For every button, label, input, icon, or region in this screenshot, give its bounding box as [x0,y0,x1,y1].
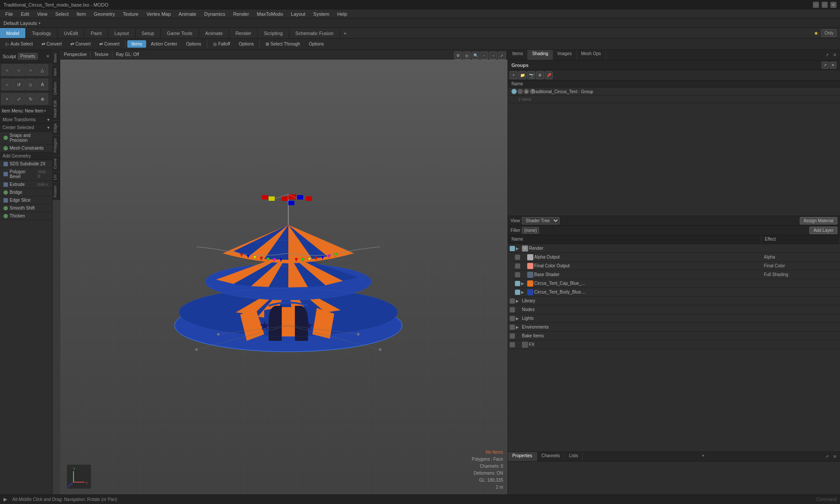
props-expand-btn[interactable]: ↗ [823,453,830,460]
only-label[interactable]: Only [821,29,836,37]
vp-ctrl-4[interactable]: ← [480,52,488,60]
minimize-button[interactable]: ─ [813,2,819,8]
convert-button-1[interactable]: ⇄ Convert [38,40,66,48]
menu-vertex-map[interactable]: Vertex Map [143,10,175,18]
groups-camera-btn[interactable]: 📷 [527,71,535,79]
shader-body-item[interactable]: ▶ Circus_Tent_Body_Blue.... [513,288,840,297]
sculpt-close-icon[interactable]: ✕ [46,54,49,59]
tab-scripting[interactable]: Scripting [258,28,289,38]
menu-item[interactable]: Item [73,10,89,18]
tab-schematic[interactable]: Schematic Fusion [289,28,340,38]
convert-button-2[interactable]: ⇄ Convert [66,40,94,48]
menu-system[interactable]: System [310,10,333,18]
center-selected-section[interactable]: Center Selected ▾ [0,124,52,132]
side-tab-mesh-edit[interactable]: Mesh Edit [52,97,60,120]
action-center-button[interactable]: Action Center [147,40,182,48]
options-button-1[interactable]: Options [182,40,205,48]
bridge-item[interactable]: Bridge [0,189,52,196]
smooth-shift-item[interactable]: Smooth Shift [0,204,52,212]
menu-maxtomodo[interactable]: MaxToModo [253,10,287,18]
command-input-area[interactable]: Command [816,497,836,502]
menu-view[interactable]: View [34,10,51,18]
tab-uvedit[interactable]: UvEdit [58,28,84,38]
options-button-2[interactable]: Options [235,40,258,48]
tool-icon-circle-1[interactable]: ○ [1,64,13,76]
tab-items[interactable]: Items [508,50,528,60]
item-menu-dropdown[interactable]: Item Menu: New Item ▾ [0,106,52,116]
tab-render[interactable]: Render [229,28,258,38]
polygon-bevel-item[interactable]: Polygon Bevel Shift-B [0,168,52,181]
groups-gear-btn[interactable]: ⚙ [536,71,544,79]
shader-base-item[interactable]: Base Shader Full Shading [513,270,840,279]
convert-button-3[interactable]: ⇄ Convert [95,40,123,48]
library-expand[interactable]: ▶ [516,299,521,303]
vp-ctrl-2[interactable]: ◎ [463,52,471,60]
expand-arrow[interactable]: ▶ [525,89,530,94]
add-tab-button[interactable]: + [340,29,350,37]
shader-tree-dropdown[interactable]: Shader Tree [522,217,560,224]
groups-pin-btn[interactable]: 📌 [545,71,553,79]
vp-ctrl-1[interactable]: ⚙ [454,52,462,60]
select-through-button[interactable]: ⊞ Select Through [262,40,304,48]
star-button[interactable]: ★ [814,30,819,36]
thicken-item[interactable]: Thicken [0,212,52,220]
shader-final-color-item[interactable]: Final Color Output Final Color [513,262,840,270]
lists-tab[interactable]: Lists [565,452,583,461]
falloff-button[interactable]: ◎ Falloff [209,40,234,48]
perspective-label[interactable]: Perspective [64,52,87,57]
shader-cap-item[interactable]: ▶ Circus_Tent_Cap_Blue_... [513,279,840,288]
sds-subdivide-item[interactable]: SDS Subdivide 2X [0,160,52,168]
panel-close-btn[interactable]: ✕ [831,52,838,59]
auto-select-button[interactable]: ▷ Auto Select [2,40,37,48]
options-button-3[interactable]: Options [305,40,328,48]
tab-animate[interactable]: Animate [199,28,229,38]
shader-alpha-item[interactable]: Alpha Output Alpha [513,253,840,262]
tab-setup[interactable]: Setup [136,28,161,38]
maximize-button[interactable]: □ [822,2,828,8]
filter-value[interactable]: (none) [522,227,539,234]
menu-geometry[interactable]: Geometry [90,10,118,18]
vp-ctrl-5[interactable]: → [489,52,497,60]
add-layer-button[interactable]: Add Layer [809,227,837,234]
tool-icon-scale[interactable]: ⤢ [13,93,24,105]
cap-expand[interactable]: ▶ [521,281,526,286]
groups-close-btn[interactable]: ✕ [830,62,836,69]
shader-environments-item[interactable]: ▶ Environments [508,323,840,332]
menu-texture[interactable]: Texture [119,10,142,18]
tool-icon-circle-3[interactable]: ○ [25,64,36,76]
environments-expand[interactable]: ▶ [516,325,521,329]
menu-dynamics[interactable]: Dynamics [201,10,229,18]
items-button[interactable]: Items [127,40,146,48]
extrude-item[interactable]: Extrude Shift-X [0,181,52,189]
channels-tab[interactable]: Channels [537,452,565,461]
props-close-btn[interactable]: ✕ [831,453,838,460]
side-tab-deform[interactable]: Deform [52,79,60,98]
groups-list-item[interactable]: ▶ Traditional_Circus_Tent : Group [508,88,840,96]
shader-library-item[interactable]: ▶ Library [508,297,840,305]
tab-mesh-ops[interactable]: Mesh Ops [577,50,606,60]
tool-icon-circle-2[interactable]: ○ [13,64,24,76]
lights-expand[interactable]: ▶ [516,316,521,321]
side-tab-edge[interactable]: Edge [52,120,60,135]
sculpt-presets-button[interactable]: Presets [18,53,38,60]
render-expand-icon[interactable]: ▶ [516,246,521,251]
side-tab-curve[interactable]: Curve [52,155,60,172]
mesh-constraints-item[interactable]: Mesh Constraints [0,144,52,152]
snaps-precision-item[interactable]: Snaps and Precision [0,132,52,144]
tab-topology[interactable]: Topology [26,28,58,38]
edge-slice-item[interactable]: Edge Slice [0,196,52,204]
shader-render-item[interactable]: ▶ R Render [508,244,840,253]
texture-label[interactable]: Texture [94,52,108,57]
tool-icon-tri[interactable]: △ [37,64,48,76]
panel-expand-btn[interactable]: ↗ [823,52,830,59]
tab-gametools[interactable]: Game Tools [161,28,199,38]
shader-nodes-item[interactable]: Nodes [508,305,840,314]
shader-fx-item[interactable]: FX [508,340,840,349]
groups-expand-btn[interactable]: ↗ [822,62,829,69]
more-transforms-section[interactable]: More Transforms ▾ [0,116,52,124]
tool-icon-text[interactable]: A [37,79,48,90]
properties-add-btn[interactable]: + [698,452,708,461]
menu-render[interactable]: Render [230,10,252,18]
menu-help[interactable]: Help [334,10,351,18]
tool-icon-rotate[interactable]: ↺ [13,79,24,90]
